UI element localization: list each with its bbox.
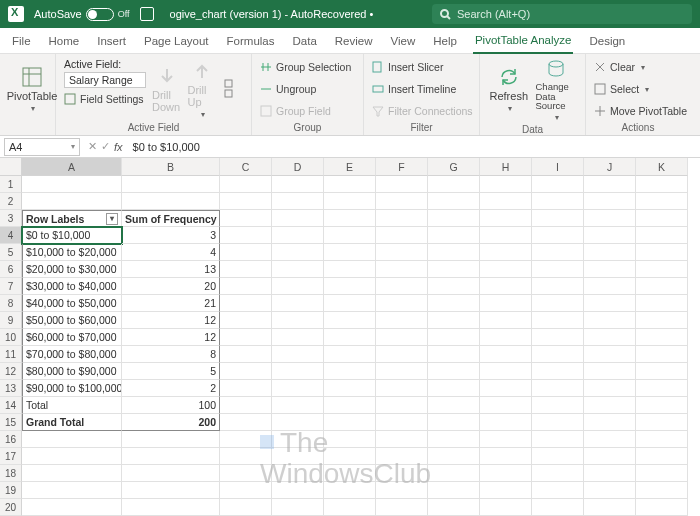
cell[interactable] bbox=[220, 329, 272, 346]
cell[interactable] bbox=[636, 414, 688, 431]
cell[interactable] bbox=[480, 261, 532, 278]
cell[interactable] bbox=[584, 346, 636, 363]
cell[interactable] bbox=[376, 210, 428, 227]
tab-formulas[interactable]: Formulas bbox=[225, 31, 277, 53]
cell[interactable] bbox=[22, 465, 122, 482]
active-field-input[interactable]: Salary Range bbox=[64, 72, 146, 88]
cell[interactable] bbox=[584, 210, 636, 227]
cell[interactable] bbox=[480, 227, 532, 244]
cell[interactable] bbox=[220, 431, 272, 448]
cell[interactable] bbox=[272, 397, 324, 414]
cell[interactable] bbox=[428, 482, 480, 499]
cell[interactable] bbox=[532, 363, 584, 380]
cell[interactable] bbox=[272, 210, 324, 227]
cell[interactable] bbox=[272, 295, 324, 312]
cell[interactable] bbox=[584, 193, 636, 210]
cell[interactable] bbox=[376, 499, 428, 516]
cell[interactable] bbox=[480, 295, 532, 312]
cell[interactable] bbox=[480, 499, 532, 516]
col-header-j[interactable]: J bbox=[584, 158, 636, 176]
cell[interactable]: $70,000 to $80,000 bbox=[22, 346, 122, 363]
cell[interactable] bbox=[636, 363, 688, 380]
cell[interactable] bbox=[220, 499, 272, 516]
row-header[interactable]: 15 bbox=[0, 414, 22, 431]
cell[interactable] bbox=[636, 312, 688, 329]
row-header[interactable]: 2 bbox=[0, 193, 22, 210]
tab-insert[interactable]: Insert bbox=[95, 31, 128, 53]
cell[interactable] bbox=[220, 227, 272, 244]
cell[interactable] bbox=[428, 431, 480, 448]
cell[interactable]: 2 bbox=[122, 380, 220, 397]
cell[interactable] bbox=[324, 465, 376, 482]
cell[interactable] bbox=[324, 312, 376, 329]
cell[interactable] bbox=[532, 346, 584, 363]
cell[interactable] bbox=[480, 482, 532, 499]
cell[interactable] bbox=[22, 431, 122, 448]
cell[interactable] bbox=[636, 295, 688, 312]
tab-review[interactable]: Review bbox=[333, 31, 375, 53]
cell[interactable] bbox=[480, 414, 532, 431]
cell[interactable] bbox=[324, 414, 376, 431]
cell[interactable] bbox=[636, 261, 688, 278]
cell[interactable] bbox=[636, 346, 688, 363]
col-header-a[interactable]: A bbox=[22, 158, 122, 176]
cell[interactable] bbox=[272, 312, 324, 329]
cell[interactable] bbox=[272, 448, 324, 465]
cell[interactable] bbox=[22, 193, 122, 210]
enter-icon[interactable]: ✓ bbox=[101, 140, 110, 153]
cell[interactable] bbox=[376, 465, 428, 482]
cell[interactable]: $30,000 to $40,000 bbox=[22, 278, 122, 295]
cell[interactable] bbox=[480, 278, 532, 295]
cell[interactable]: $50,000 to $60,000 bbox=[22, 312, 122, 329]
select-all-corner[interactable] bbox=[0, 158, 22, 176]
cell[interactable] bbox=[324, 482, 376, 499]
cell[interactable] bbox=[428, 363, 480, 380]
formula-input[interactable]: $0 to $10,000 bbox=[127, 141, 700, 153]
cell[interactable] bbox=[480, 465, 532, 482]
row-header[interactable]: 8 bbox=[0, 295, 22, 312]
cell[interactable] bbox=[584, 295, 636, 312]
cell[interactable] bbox=[584, 312, 636, 329]
row-header[interactable]: 6 bbox=[0, 261, 22, 278]
cell[interactable] bbox=[376, 227, 428, 244]
cell[interactable] bbox=[272, 414, 324, 431]
cell[interactable] bbox=[376, 278, 428, 295]
cell[interactable] bbox=[376, 431, 428, 448]
cell[interactable] bbox=[428, 176, 480, 193]
cell[interactable]: 12 bbox=[122, 329, 220, 346]
col-header-c[interactable]: C bbox=[220, 158, 272, 176]
cell[interactable] bbox=[584, 448, 636, 465]
cell[interactable] bbox=[428, 278, 480, 295]
row-header[interactable]: 19 bbox=[0, 482, 22, 499]
cell[interactable]: 8 bbox=[122, 346, 220, 363]
spreadsheet-grid[interactable]: A B C D E F G H I J K 123456789101112131… bbox=[0, 158, 700, 516]
cell[interactable] bbox=[272, 363, 324, 380]
cell[interactable] bbox=[220, 482, 272, 499]
save-icon[interactable] bbox=[140, 7, 154, 21]
cell[interactable] bbox=[480, 244, 532, 261]
cell[interactable] bbox=[532, 210, 584, 227]
row-header[interactable]: 13 bbox=[0, 380, 22, 397]
tab-file[interactable]: File bbox=[10, 31, 33, 53]
cell[interactable] bbox=[220, 295, 272, 312]
move-pivottable-button[interactable]: Move PivotTable bbox=[594, 102, 687, 120]
cell[interactable]: Grand Total bbox=[22, 414, 122, 431]
cells-area[interactable]: Row Labels▾Sum of Frequency$0 to $10,000… bbox=[22, 176, 688, 516]
col-header-d[interactable]: D bbox=[272, 158, 324, 176]
cell[interactable] bbox=[324, 346, 376, 363]
cell[interactable] bbox=[376, 329, 428, 346]
cell[interactable]: 12 bbox=[122, 312, 220, 329]
col-header-e[interactable]: E bbox=[324, 158, 376, 176]
cell[interactable] bbox=[532, 261, 584, 278]
cell[interactable]: $90,000 to $100,000 bbox=[22, 380, 122, 397]
cell[interactable] bbox=[272, 346, 324, 363]
cell[interactable] bbox=[376, 176, 428, 193]
cell[interactable] bbox=[220, 346, 272, 363]
cell[interactable] bbox=[636, 431, 688, 448]
cell[interactable] bbox=[584, 414, 636, 431]
cell[interactable] bbox=[636, 244, 688, 261]
tab-design[interactable]: Design bbox=[587, 31, 627, 53]
cell[interactable] bbox=[532, 176, 584, 193]
cell[interactable] bbox=[532, 448, 584, 465]
cell[interactable] bbox=[220, 363, 272, 380]
